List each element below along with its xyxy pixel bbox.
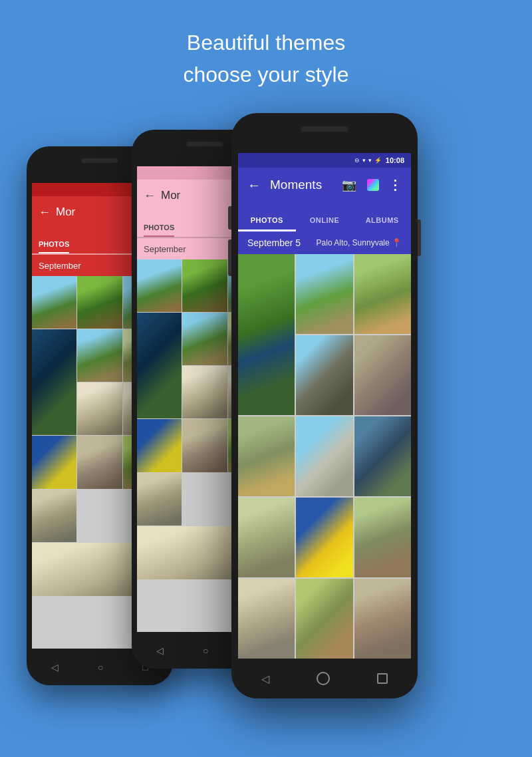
phone2-photos-tab[interactable]: PHOTOS [144, 224, 174, 237]
phone3-theme-icon[interactable] [367, 179, 379, 191]
phone3-title: Moments [270, 178, 342, 192]
phone1-photos-tab[interactable]: PHOTOS [39, 240, 69, 253]
phone1-back-icon[interactable]: ← [39, 206, 51, 220]
tab-online[interactable]: ONLINE [296, 202, 354, 231]
phone3-camera-icon[interactable]: 📷 [342, 178, 356, 192]
phone-3-speaker [301, 126, 348, 132]
phone2-back-icon[interactable]: ← [144, 189, 156, 203]
phone2-section-header: September [144, 244, 186, 254]
phone1-title: Mor [56, 206, 75, 219]
phone3-nav-recent[interactable] [377, 673, 388, 684]
phone-3: ⊖ ▾ ▾ ⚡ 10:08 ← Moments 📷 ⋮ PHOTOS [231, 113, 418, 698]
phone3-nav-home[interactable] [317, 672, 330, 685]
phone3-status-time: 10:08 [386, 156, 404, 164]
phone2-nav-home[interactable]: ○ [203, 645, 208, 656]
phone3-photo-grid [238, 254, 411, 659]
phone3-nav: ◁ [238, 659, 411, 698]
phone1-section-header: September [39, 261, 81, 271]
phone1-nav-home[interactable]: ○ [98, 662, 103, 673]
phone3-back-icon[interactable]: ← [247, 178, 261, 193]
phone-1-speaker [82, 158, 118, 163]
headline: Beautiful themes choose your style [0, 0, 532, 90]
phone3-section-location: Palo Alto, Sunnyvale 📍 [317, 238, 402, 247]
phone3-section-date: September 5 [247, 237, 301, 248]
tab-albums[interactable]: ALBUMS [353, 202, 411, 231]
headline-line1: Beautiful themes [0, 27, 532, 59]
phone1-nav-back[interactable]: ◁ [51, 662, 59, 673]
headline-line2: choose your style [0, 59, 532, 90]
phone-2-speaker [187, 142, 223, 146]
phones-container: 📱 🎵 ← Mor PHOTOS September [20, 113, 512, 745]
phone2-nav-back[interactable]: ◁ [156, 645, 164, 656]
tab-photos[interactable]: PHOTOS [238, 202, 296, 231]
phone-3-screen: ⊖ ▾ ▾ ⚡ 10:08 ← Moments 📷 ⋮ PHOTOS [238, 153, 411, 659]
phone3-nav-back[interactable]: ◁ [261, 673, 269, 685]
phone3-more-icon[interactable]: ⋮ [388, 177, 402, 193]
phone2-title: Mor [161, 189, 180, 202]
